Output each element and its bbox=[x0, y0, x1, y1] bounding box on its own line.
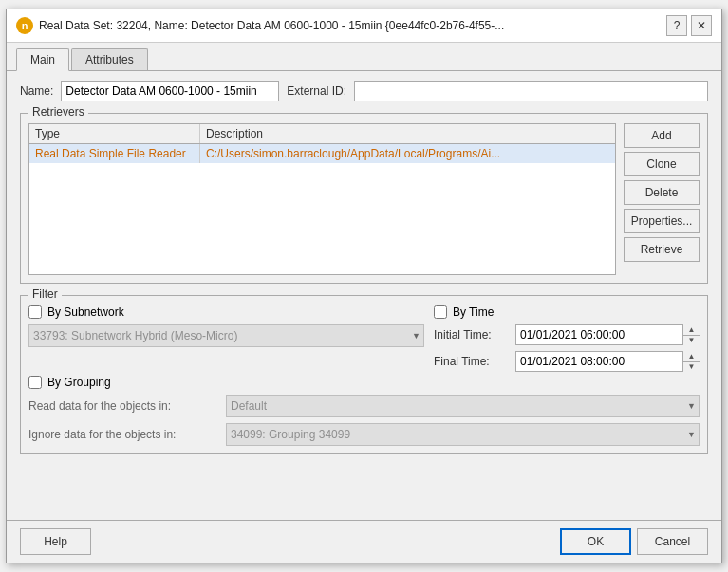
by-time-checkbox[interactable] bbox=[434, 305, 447, 319]
window-title: Real Data Set: 32204, Name: Detector Dat… bbox=[39, 19, 661, 32]
col-description: Description bbox=[200, 124, 615, 143]
table-header: Type Description bbox=[29, 124, 615, 144]
by-grouping-checkbox[interactable] bbox=[28, 376, 42, 389]
ignore-data-row: Ignore data for the objects in: 34099: G… bbox=[28, 423, 700, 446]
final-time-label: Final Time: bbox=[434, 355, 510, 368]
final-time-row: Final Time: ▲ ▼ bbox=[434, 351, 700, 372]
subnetwork-select-wrapper: 33793: Subnetwork Hybrid (Meso-Micro) bbox=[28, 324, 424, 347]
help-button[interactable]: Help bbox=[20, 528, 91, 555]
external-id-label: External ID: bbox=[287, 84, 346, 98]
initial-time-down[interactable]: ▼ bbox=[683, 336, 700, 346]
subnetwork-select: 33793: Subnetwork Hybrid (Meso-Micro) bbox=[28, 324, 424, 347]
grouping-area: By Grouping Read data for the objects in… bbox=[28, 376, 700, 446]
filter-right: By Time Initial Time: ▲ ▼ Fin bbox=[434, 305, 700, 372]
read-data-select: Default bbox=[226, 395, 700, 417]
help-title-button[interactable]: ? bbox=[666, 15, 687, 36]
clone-button[interactable]: Clone bbox=[624, 152, 700, 176]
ignore-data-select-wrapper: 34099: Grouping 34099 bbox=[226, 423, 700, 446]
final-time-up[interactable]: ▲ bbox=[683, 351, 700, 362]
by-time-row: By Time bbox=[434, 305, 700, 319]
cancel-button[interactable]: Cancel bbox=[637, 528, 708, 555]
initial-time-row: Initial Time: ▲ ▼ bbox=[434, 324, 700, 345]
by-grouping-label: By Grouping bbox=[47, 376, 111, 389]
initial-time-label: Initial Time: bbox=[434, 328, 510, 341]
retrievers-group: Retrievers Type Description Real Data Si… bbox=[20, 113, 708, 284]
col-type: Type bbox=[29, 124, 200, 143]
table-row[interactable]: Real Data Simple File Reader C:/Users/si… bbox=[29, 144, 615, 163]
ok-button[interactable]: OK bbox=[560, 528, 631, 555]
footer: Help OK Cancel bbox=[7, 520, 721, 563]
filter-grid: By Subnetwork 33793: Subnetwork Hybrid (… bbox=[28, 305, 700, 372]
tab-bar: Main Attributes bbox=[7, 43, 721, 71]
cell-type: Real Data Simple File Reader bbox=[29, 144, 200, 163]
filter-legend: Filter bbox=[28, 287, 62, 301]
title-controls: ? ✕ bbox=[666, 15, 712, 36]
initial-time-input[interactable] bbox=[515, 324, 700, 345]
name-row: Name: External ID: bbox=[20, 81, 708, 101]
retrievers-legend: Retrievers bbox=[28, 105, 88, 119]
initial-time-up[interactable]: ▲ bbox=[683, 324, 700, 336]
retrievers-area: Type Description Real Data Simple File R… bbox=[28, 123, 700, 275]
close-button[interactable]: ✕ bbox=[691, 15, 712, 36]
by-subnetwork-checkbox[interactable] bbox=[28, 305, 42, 319]
footer-right: OK Cancel bbox=[560, 528, 708, 555]
delete-button[interactable]: Delete bbox=[624, 180, 700, 205]
final-time-wrapper: ▲ ▼ bbox=[515, 351, 700, 372]
tab-attributes[interactable]: Attributes bbox=[71, 48, 148, 70]
by-time-label: By Time bbox=[453, 305, 494, 319]
final-time-input[interactable] bbox=[515, 351, 700, 372]
retriever-buttons: Add Clone Delete Properties... Retrieve bbox=[624, 123, 700, 275]
filter-group: Filter By Subnetwork 33793: Subnetwork H… bbox=[20, 295, 708, 454]
cell-description: C:/Users/simon.barraclough/AppData/Local… bbox=[200, 144, 615, 163]
title-bar: n Real Data Set: 32204, Name: Detector D… bbox=[7, 9, 721, 43]
properties-button[interactable]: Properties... bbox=[624, 209, 700, 233]
final-time-down[interactable]: ▼ bbox=[683, 362, 700, 373]
main-content: Name: External ID: Retrievers Type Descr… bbox=[7, 71, 721, 520]
app-icon: n bbox=[16, 17, 33, 34]
ignore-data-select: 34099: Grouping 34099 bbox=[226, 423, 700, 446]
by-subnetwork-label: By Subnetwork bbox=[47, 305, 124, 319]
name-label: Name: bbox=[20, 84, 53, 98]
read-data-row: Read data for the objects in: Default bbox=[28, 395, 700, 417]
add-button[interactable]: Add bbox=[624, 123, 700, 148]
by-subnetwork-row: By Subnetwork bbox=[28, 305, 424, 319]
retrieve-button[interactable]: Retrieve bbox=[624, 237, 700, 262]
initial-time-wrapper: ▲ ▼ bbox=[515, 324, 700, 345]
ignore-data-label: Ignore data for the objects in: bbox=[28, 428, 218, 441]
name-input[interactable] bbox=[61, 81, 279, 101]
read-data-select-wrapper: Default bbox=[226, 395, 700, 417]
retrievers-table: Type Description Real Data Simple File R… bbox=[28, 123, 616, 275]
main-window: n Real Data Set: 32204, Name: Detector D… bbox=[6, 9, 722, 563]
by-grouping-row: By Grouping bbox=[28, 376, 700, 389]
initial-time-spinners: ▲ ▼ bbox=[682, 324, 700, 345]
external-id-input[interactable] bbox=[354, 81, 708, 101]
final-time-spinners: ▲ ▼ bbox=[682, 351, 700, 372]
read-data-label: Read data for the objects in: bbox=[28, 399, 218, 413]
tab-main[interactable]: Main bbox=[16, 48, 69, 71]
filter-left: By Subnetwork 33793: Subnetwork Hybrid (… bbox=[28, 305, 424, 372]
